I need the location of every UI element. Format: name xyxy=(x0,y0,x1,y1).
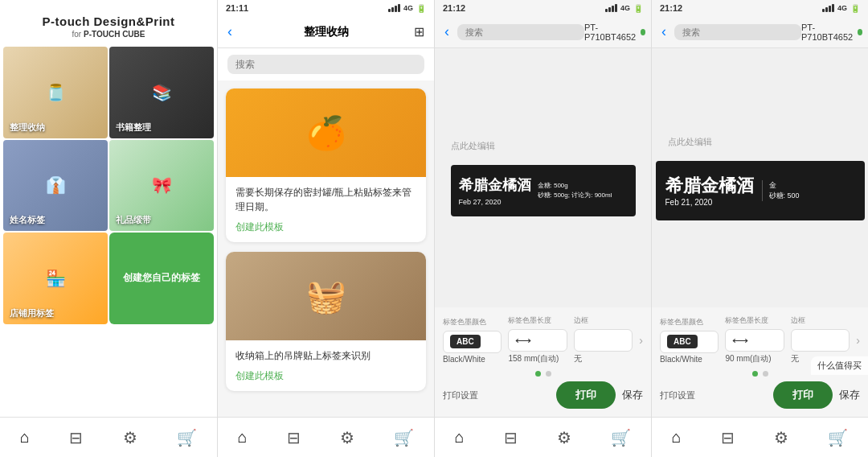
label-edit-area-4: 点此处编辑 希腊金橘酒 Feb 21, 2020 金 砂糖: 500 xyxy=(652,48,868,307)
app-subtitle: for P-TOUCH CUBE xyxy=(13,30,204,39)
device-name-text: PT-P710BT4652 xyxy=(584,23,637,42)
tape-length-label-4: 标签色墨长度 xyxy=(725,315,784,326)
nav-folder-icon[interactable]: ⊟ xyxy=(69,428,83,447)
margin-value-box-4[interactable] xyxy=(791,329,850,352)
device-name-display-4: PT-P710BT4652 xyxy=(801,23,862,42)
template-card-1[interactable]: 🍊 需要长期保存的密封罐/瓶上粘贴标签来管理日期。 创建此模板 xyxy=(226,89,426,242)
edit-hint-3[interactable]: 点此处编辑 xyxy=(451,140,495,152)
panel2-navbar: ⌂ ⊟ ⚙ 🛒 xyxy=(218,417,434,457)
lte-badge-4: 4G xyxy=(837,4,847,12)
back-button-4[interactable]: ‹ xyxy=(661,23,666,40)
signal-icon-2 xyxy=(388,4,400,12)
device-name-text-4: PT-P710BT4652 xyxy=(801,23,854,42)
nav-folder-icon-4[interactable]: ⊟ xyxy=(721,428,735,447)
back-button-3[interactable]: ‹ xyxy=(444,23,449,40)
edit-hint-4[interactable]: 点此处编辑 xyxy=(668,136,712,148)
print-button-4[interactable]: 打印 xyxy=(773,381,833,409)
panel-label-editor-1: 21:12 4G 🔋 ‹ PT-P710BT4652 点此处编辑 希腊金橘酒 F… xyxy=(434,0,651,457)
margin-label: 边框 xyxy=(574,315,633,326)
nav-cart-icon-2[interactable]: 🛒 xyxy=(394,428,414,447)
nav-home-icon-2[interactable]: ⌂ xyxy=(238,428,248,447)
search-input-3[interactable] xyxy=(457,24,584,40)
margin-label-4: 边框 xyxy=(791,315,850,326)
tape-color-text: Black/White xyxy=(443,355,502,364)
grid-item-storage[interactable]: 🫙 整理收纳 xyxy=(3,47,108,138)
time-display-2: 21:11 xyxy=(226,3,248,13)
panel2-title: 整理收纳 xyxy=(304,25,349,39)
grid-view-icon[interactable]: ⊞ xyxy=(414,24,424,39)
dot-inactive-3 xyxy=(546,371,551,377)
tape-length-label: 标签色墨长度 xyxy=(508,315,567,326)
grid-label-store: 店铺用标签 xyxy=(10,307,54,319)
nav-cart-icon-4[interactable]: 🛒 xyxy=(828,428,848,447)
label-preview-3[interactable]: 希腊金橘酒 Feb 27, 2020 金糖: 500g 砂糖: 500g; 讨论… xyxy=(451,165,636,216)
nav-home-icon-4[interactable]: ⌂ xyxy=(672,428,682,447)
nav-folder-icon-2[interactable]: ⊟ xyxy=(287,428,301,447)
nav-cart-icon-3[interactable]: 🛒 xyxy=(611,428,631,447)
tape-length-value-box-4[interactable]: ⟷ xyxy=(725,329,784,352)
label-main-text-3: 希腊金橘酒 Feb 27, 2020 xyxy=(459,175,531,206)
page-dots-3 xyxy=(443,371,643,377)
time-display-3: 21:12 xyxy=(443,3,465,13)
panel-storage-templates: 21:11 4G 🔋 ‹ 整理收纳 ⊞ 🍊 需要长期保存的密封罐/瓶上粘贴标签 xyxy=(217,0,434,457)
create-template-link-2[interactable]: 创建此模板 xyxy=(235,369,416,383)
label-preview-4[interactable]: 希腊金橘酒 Feb 21, 2020 金 砂糖: 500 xyxy=(656,161,865,220)
template-body-1: 需要长期保存的密封罐/瓶上粘贴标签来管理日期。 创建此模板 xyxy=(226,177,426,242)
nav-settings-icon[interactable]: ⚙ xyxy=(123,428,137,447)
tape-color-label: 标签色墨颜色 xyxy=(443,317,502,327)
template-card-2[interactable]: 🧺 收纳箱上的吊牌贴上标签来识别 创建此模板 xyxy=(226,252,426,391)
signal-icon-3 xyxy=(605,4,617,12)
nav-cart-icon[interactable]: 🛒 xyxy=(177,428,197,447)
lte-badge-3: 4G xyxy=(620,4,630,12)
print-settings-link-4[interactable]: 打印设置 xyxy=(660,389,767,401)
status-right-2: 4G 🔋 xyxy=(388,4,426,13)
tape-length-text: 158 mm(自动) xyxy=(508,353,567,364)
search-input-2[interactable] xyxy=(227,55,424,74)
nav-settings-icon-4[interactable]: ⚙ xyxy=(774,428,788,447)
grid-item-ribbon[interactable]: 🎀 礼品缎带 xyxy=(109,140,214,232)
settings-chevron-4[interactable]: › xyxy=(856,334,860,347)
search-input-4[interactable] xyxy=(674,24,801,40)
grid-item-create[interactable]: 创建您自己的标签 xyxy=(109,233,214,324)
nav-home-icon[interactable]: ⌂ xyxy=(20,428,30,447)
arrow-icon-3: ⟷ xyxy=(515,334,531,347)
grid-item-name[interactable]: 👔 姓名标签 xyxy=(3,140,108,232)
panel4-header: ‹ PT-P710BT4652 xyxy=(652,16,868,48)
grid-item-books[interactable]: 📚 书籍整理 xyxy=(109,47,214,138)
nav-settings-icon-3[interactable]: ⚙ xyxy=(557,428,571,447)
tape-color-value[interactable]: ABC xyxy=(443,331,502,353)
template-desc-2: 收纳箱上的吊牌贴上标签来识别 xyxy=(235,348,416,363)
save-button-3[interactable]: 保存 xyxy=(622,388,643,402)
grid-item-store[interactable]: 🏪 店铺用标签 xyxy=(3,233,108,324)
panel2-search-bar xyxy=(218,48,434,80)
margin-value-box[interactable] xyxy=(574,329,633,352)
grid-label-ribbon: 礼品缎带 xyxy=(116,214,151,226)
panel4-navbar: ⌂ ⊟ ⚙ 🛒 xyxy=(652,417,868,457)
back-button-2[interactable]: ‹ xyxy=(227,23,232,40)
template-list: 🍊 需要长期保存的密封罐/瓶上粘贴标签来管理日期。 创建此模板 🧺 收纳箱上的吊… xyxy=(218,80,434,417)
subtitle-brand: P-TOUCH CUBE xyxy=(84,30,145,39)
tape-length-value-box[interactable]: ⟷ xyxy=(508,329,567,352)
label-side-info-3: 金糖: 500g 砂糖: 500g; 讨论为: 900ml xyxy=(538,181,612,199)
dot-inactive-4 xyxy=(763,371,768,377)
action-row-3: 打印设置 打印 保存 xyxy=(443,381,643,409)
print-settings-link-3[interactable]: 打印设置 xyxy=(443,389,550,401)
dot-active-4 xyxy=(752,371,758,377)
margin-text: 无 xyxy=(574,353,633,364)
battery-icon-3: 🔋 xyxy=(633,4,643,13)
nav-folder-icon-3[interactable]: ⊟ xyxy=(504,428,518,447)
print-button-3[interactable]: 打印 xyxy=(556,381,616,409)
lte-badge-2: 4G xyxy=(403,4,413,12)
tape-color-value-4[interactable]: ABC xyxy=(660,331,719,353)
status-right-3: 4G 🔋 xyxy=(605,4,643,13)
panel3-settings: 标签色墨颜色 ABC Black/White 标签色墨长度 ⟷ 158 mm(自… xyxy=(435,307,651,417)
tape-length-setting-4: 标签色墨长度 ⟷ 90 mm(自动) xyxy=(725,315,784,364)
settings-chevron-3[interactable]: › xyxy=(639,334,643,347)
nav-home-icon-3[interactable]: ⌂ xyxy=(455,428,465,447)
nav-settings-icon-2[interactable]: ⚙ xyxy=(340,428,354,447)
save-button-4[interactable]: 保存 xyxy=(839,388,860,402)
label-edit-area: 点此处编辑 希腊金橘酒 Feb 27, 2020 金糖: 500g 砂糖: 50… xyxy=(435,48,651,307)
create-template-link-1[interactable]: 创建此模板 xyxy=(235,220,416,234)
label-main-text-4: 希腊金橘酒 Feb 21, 2020 xyxy=(665,174,754,207)
grid-label-create: 创建您自己的标签 xyxy=(123,271,200,285)
